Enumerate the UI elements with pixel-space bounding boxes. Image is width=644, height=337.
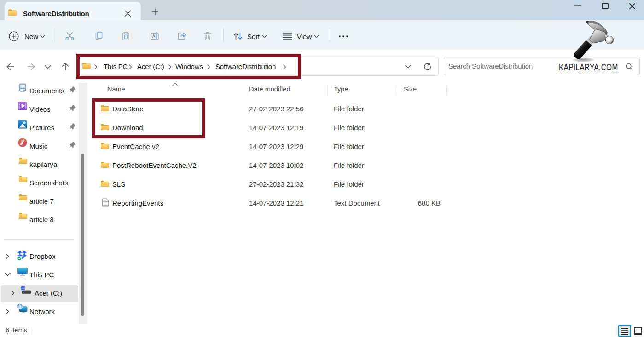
svg-text:A: A [152, 34, 156, 39]
